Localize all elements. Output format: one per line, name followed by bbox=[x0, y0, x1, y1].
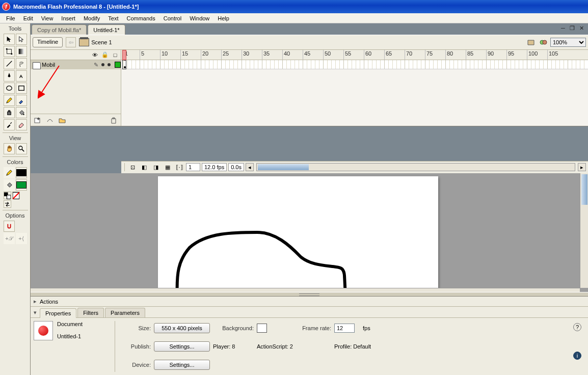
background-color[interactable] bbox=[257, 324, 267, 333]
doc-tab[interactable]: Copy of Mobil.fla* bbox=[32, 24, 87, 35]
delete-layer-button[interactable] bbox=[109, 115, 119, 125]
menu-window[interactable]: Window bbox=[185, 14, 213, 22]
snap-option[interactable] bbox=[4, 221, 15, 232]
close-doc-button[interactable]: ✕ bbox=[578, 24, 585, 32]
svg-rect-7 bbox=[18, 86, 24, 91]
device-settings-button[interactable]: Settings... bbox=[154, 360, 210, 370]
back-arrow-icon[interactable]: ⇦ bbox=[66, 37, 76, 47]
tools-title: Tools bbox=[0, 24, 30, 33]
pen-tool[interactable] bbox=[4, 70, 15, 82]
insert-layer-button[interactable]: + bbox=[33, 115, 43, 125]
modify-onion-icon[interactable]: ⟦·⟧ bbox=[174, 162, 184, 172]
layer-active-icon: ✎ bbox=[94, 62, 98, 68]
background-label: Background: bbox=[213, 325, 254, 331]
timeline-button[interactable]: Timeline bbox=[33, 37, 63, 47]
outline-layers-icon[interactable]: □ bbox=[112, 51, 119, 59]
timeline-status-bar: ⊡ ◧ ◨ ▦ ⟦·⟧ 1 12.0 fps 0.0s ◂ ▸ bbox=[121, 161, 588, 173]
stroke-color[interactable] bbox=[16, 167, 27, 178]
line-tool[interactable] bbox=[4, 58, 15, 69]
info-button[interactable]: i bbox=[573, 352, 581, 360]
zoom-tool[interactable] bbox=[16, 143, 27, 154]
tab-properties[interactable]: Properties bbox=[40, 308, 76, 318]
stage[interactable] bbox=[158, 176, 438, 297]
actions-panel-header[interactable]: ▸ Actions bbox=[31, 297, 588, 307]
timeline-ruler[interactable]: 1510152025303540455055606570758085909510… bbox=[121, 50, 588, 60]
layer-row[interactable]: Mobil ✎ bbox=[31, 60, 121, 69]
edit-multiple-icon[interactable]: ▦ bbox=[163, 162, 173, 172]
help-button[interactable]: ? bbox=[573, 323, 581, 331]
size-label: Size: bbox=[120, 325, 151, 331]
playhead[interactable] bbox=[122, 50, 126, 60]
fill-color[interactable] bbox=[16, 179, 27, 191]
profile-label: Profile: Default bbox=[334, 343, 383, 350]
add-motion-guide-button[interactable] bbox=[45, 115, 55, 125]
scene-label[interactable]: Scene 1 bbox=[91, 39, 112, 45]
edit-symbols-icon[interactable] bbox=[538, 37, 548, 47]
menu-modify[interactable]: Modify bbox=[79, 14, 104, 22]
menu-file[interactable]: File bbox=[2, 14, 19, 22]
scroll-right-button[interactable]: ▸ bbox=[578, 163, 586, 171]
framerate-input[interactable] bbox=[334, 324, 355, 333]
menu-help[interactable]: Help bbox=[213, 14, 233, 22]
text-tool[interactable]: A bbox=[16, 70, 27, 82]
smooth-option[interactable]: +𝒮 bbox=[4, 233, 15, 244]
actionscript-label: ActionScript: 2 bbox=[257, 343, 331, 350]
menu-commands[interactable]: Commands bbox=[122, 14, 159, 22]
swap-colors-button[interactable] bbox=[4, 200, 11, 208]
svg-line-4 bbox=[6, 61, 12, 67]
oval-tool[interactable] bbox=[4, 83, 15, 94]
menu-text[interactable]: Text bbox=[104, 14, 122, 22]
tab-filters[interactable]: Filters bbox=[77, 308, 104, 317]
frame-track[interactable] bbox=[121, 60, 588, 69]
panel-resize-grip[interactable] bbox=[31, 292, 588, 296]
layer-name[interactable]: Mobil bbox=[33, 62, 94, 68]
edit-scene-icon[interactable] bbox=[526, 37, 536, 47]
zoom-select[interactable]: 100% bbox=[550, 38, 586, 47]
hand-tool[interactable] bbox=[4, 143, 15, 154]
brush-tool[interactable] bbox=[16, 95, 27, 106]
free-transform-tool[interactable] bbox=[4, 46, 15, 57]
show-hide-layers-icon[interactable]: 👁 bbox=[91, 51, 98, 59]
layer-outline-color[interactable] bbox=[115, 62, 121, 68]
svg-rect-2 bbox=[11, 53, 12, 55]
lock-layers-icon[interactable]: 🔒 bbox=[101, 51, 109, 59]
eyedropper-tool[interactable] bbox=[4, 119, 15, 130]
black-white-button[interactable] bbox=[4, 192, 11, 199]
tab-parameters[interactable]: Parameters bbox=[105, 308, 145, 317]
collapse-icon[interactable]: ▾ bbox=[34, 309, 37, 316]
gradient-transform-tool[interactable] bbox=[16, 46, 27, 57]
pencil-tool[interactable] bbox=[4, 95, 15, 106]
canvas-vscrollbar[interactable] bbox=[580, 173, 588, 288]
size-button[interactable]: 550 x 400 pixels bbox=[154, 323, 210, 333]
lasso-tool[interactable] bbox=[16, 58, 27, 69]
svg-text:+: + bbox=[37, 117, 40, 122]
canvas-area[interactable] bbox=[31, 173, 588, 297]
insert-folder-button[interactable] bbox=[57, 115, 67, 125]
menu-edit[interactable]: Edit bbox=[19, 14, 37, 22]
scroll-left-button[interactable]: ◂ bbox=[246, 163, 254, 171]
subselection-tool[interactable] bbox=[16, 34, 27, 45]
restore-doc-button[interactable]: ❐ bbox=[569, 24, 576, 32]
ink-bottle-tool[interactable] bbox=[4, 107, 15, 118]
onion-outlines-icon[interactable]: ◨ bbox=[151, 162, 161, 172]
publish-settings-button[interactable]: Settings... bbox=[154, 341, 210, 352]
timeline-hscrollbar[interactable] bbox=[256, 163, 575, 171]
onion-skin-icon[interactable]: ◧ bbox=[139, 162, 149, 172]
title-bar: f Macromedia Flash Professional 8 - [Unt… bbox=[0, 0, 588, 13]
menu-control[interactable]: Control bbox=[159, 14, 185, 22]
doc-tab[interactable]: Untitled-1* bbox=[88, 24, 125, 35]
scene-bar: Timeline ⇦ Scene 1 100% bbox=[31, 35, 588, 50]
paint-bucket-tool[interactable] bbox=[16, 107, 27, 118]
rectangle-tool[interactable] bbox=[16, 83, 27, 94]
no-color-button[interactable] bbox=[12, 192, 20, 199]
minimize-doc-button[interactable]: ─ bbox=[559, 24, 567, 32]
eraser-tool[interactable] bbox=[16, 119, 27, 130]
center-frame-icon[interactable]: ⊡ bbox=[127, 162, 138, 172]
document-tabs: Copy of Mobil.fla*Untitled-1* ─ ❐ ✕ bbox=[31, 23, 588, 35]
svg-line-10 bbox=[21, 149, 23, 151]
menu-view[interactable]: View bbox=[37, 14, 58, 22]
tools-panel: Tools A View Colors bbox=[0, 23, 31, 375]
selection-tool[interactable] bbox=[4, 34, 15, 45]
menu-insert[interactable]: Insert bbox=[57, 14, 79, 22]
straighten-option[interactable]: +⟨ bbox=[16, 233, 27, 244]
